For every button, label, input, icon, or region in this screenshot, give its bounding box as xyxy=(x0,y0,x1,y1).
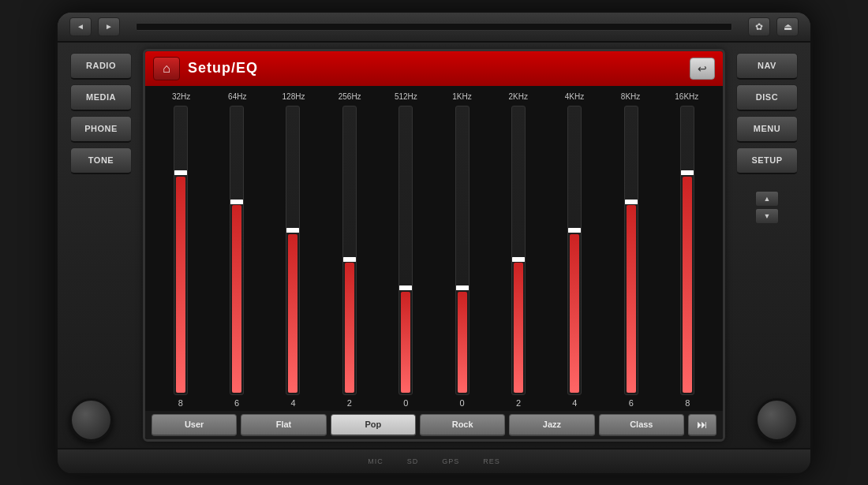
top-strip: ◄ ► ✿ ⏏ xyxy=(58,13,810,43)
freq-label-1khz: 1KHz xyxy=(445,92,480,101)
eq-slider-handle-4[interactable] xyxy=(398,285,413,290)
radio-button[interactable]: RADIO xyxy=(70,53,132,80)
bottom-strip: MIC SD GPS RES xyxy=(58,448,810,473)
eq-slider-handle-6[interactable] xyxy=(511,257,526,262)
eq-value-7: 4 xyxy=(572,398,577,408)
preset-btn-class[interactable]: Class xyxy=(599,414,684,436)
back-icon: ↩ xyxy=(698,62,707,75)
eq-slider-fill-8 xyxy=(627,205,636,392)
eq-slider-col-5: 0 xyxy=(445,106,480,408)
eq-slider-track-1[interactable] xyxy=(230,106,244,395)
res-label: RES xyxy=(483,457,500,465)
screen-title: Setup/EQ xyxy=(188,60,682,76)
phone-button[interactable]: PHONE xyxy=(70,116,132,143)
eq-slider-handle-5[interactable] xyxy=(455,285,470,290)
eq-slider-col-0: 8 xyxy=(163,106,198,408)
left-knob[interactable] xyxy=(69,398,113,442)
eq-slider-track-6[interactable] xyxy=(511,106,526,395)
home-icon: ⌂ xyxy=(163,62,170,76)
left-panel: RADIO MEDIA PHONE TONE xyxy=(65,49,137,442)
screen-header: ⌂ Setup/EQ ↩ xyxy=(145,51,723,86)
eq-slider-fill-1 xyxy=(232,205,241,392)
eq-slider-fill-7 xyxy=(570,234,579,393)
eq-slider-fill-4 xyxy=(401,292,410,393)
freq-label-256hz: 256Hz xyxy=(332,92,367,101)
eq-slider-fill-0 xyxy=(176,177,185,393)
menu-button[interactable]: MENU xyxy=(736,116,798,143)
main-body: RADIO MEDIA PHONE TONE ⌂ Setup/EQ ↩ xyxy=(58,43,810,448)
eq-slider-fill-9 xyxy=(683,177,692,393)
screen-area: ⌂ Setup/EQ ↩ 32Hz 64Hz 128Hz 256Hz 512Hz… xyxy=(143,49,725,442)
eq-slider-col-6: 2 xyxy=(501,106,536,408)
eq-slider-track-4[interactable] xyxy=(398,106,413,395)
preset-btn-rock[interactable]: Rock xyxy=(420,414,505,436)
nav-arrows: ▲ ▼ xyxy=(755,191,779,224)
preset-row: UserFlatPopRockJazzClass⏭ xyxy=(145,411,723,439)
nav-button[interactable]: NAV xyxy=(736,53,798,80)
eq-value-1: 6 xyxy=(234,398,239,408)
nav-down-btn[interactable]: ▼ xyxy=(755,208,779,224)
setup-button[interactable]: SETUP xyxy=(736,147,798,174)
freq-label-128hz: 128Hz xyxy=(276,92,311,101)
right-knob[interactable] xyxy=(755,398,799,442)
eq-slider-col-8: 6 xyxy=(614,106,649,408)
eq-slider-track-0[interactable] xyxy=(174,106,188,395)
eq-slider-handle-9[interactable] xyxy=(680,170,694,175)
preset-btn-jazz[interactable]: Jazz xyxy=(509,414,594,436)
eq-slider-col-7: 4 xyxy=(557,106,592,408)
eq-slider-fill-5 xyxy=(458,292,467,393)
preset-btn-pop[interactable]: Pop xyxy=(331,414,416,436)
eq-slider-handle-2[interactable] xyxy=(286,228,300,233)
eq-slider-handle-1[interactable] xyxy=(230,200,244,204)
eq-value-2: 4 xyxy=(290,398,295,408)
eq-slider-handle-7[interactable] xyxy=(567,228,582,233)
freq-label-16khz: 16KHz xyxy=(669,92,704,101)
eq-slider-track-8[interactable] xyxy=(624,106,638,395)
eq-area: 32Hz 64Hz 128Hz 256Hz 512Hz 1KHz 2KHz 4K… xyxy=(145,86,723,411)
eq-slider-track-5[interactable] xyxy=(455,106,470,395)
eq-slider-track-3[interactable] xyxy=(342,106,357,395)
freq-label-64hz: 64Hz xyxy=(220,92,255,101)
preset-next-btn[interactable]: ⏭ xyxy=(688,414,716,436)
gps-label: GPS xyxy=(442,457,459,465)
eq-value-3: 2 xyxy=(347,398,352,408)
eq-slider-col-3: 2 xyxy=(332,106,367,408)
next-track-btn[interactable]: ► xyxy=(98,17,120,36)
home-button[interactable]: ⌂ xyxy=(153,57,180,80)
freq-label-8khz: 8KHz xyxy=(613,92,648,101)
eq-value-8: 6 xyxy=(629,398,634,408)
tone-button[interactable]: TONE xyxy=(70,147,132,174)
eq-value-4: 0 xyxy=(403,398,408,408)
eq-slider-col-9: 8 xyxy=(670,106,705,408)
eq-slider-col-4: 0 xyxy=(388,106,423,408)
eject-btn[interactable]: ⏏ xyxy=(776,17,799,36)
eq-slider-track-9[interactable] xyxy=(680,106,694,395)
preset-btn-flat[interactable]: Flat xyxy=(241,414,326,436)
top-right-controls: ✿ ⏏ xyxy=(748,17,799,36)
eq-slider-fill-6 xyxy=(514,263,523,392)
media-button[interactable]: MEDIA xyxy=(70,84,132,111)
brightness-btn[interactable]: ✿ xyxy=(748,17,770,36)
freq-label-4khz: 4KHz xyxy=(557,92,592,101)
eq-slider-track-7[interactable] xyxy=(567,106,582,395)
back-button[interactable]: ↩ xyxy=(690,58,715,80)
prev-track-btn[interactable]: ◄ xyxy=(69,17,92,36)
right-panel: NAV DISC MENU SETUP ▲ ▼ xyxy=(731,49,803,442)
nav-up-btn[interactable]: ▲ xyxy=(755,191,779,207)
eq-value-6: 2 xyxy=(516,398,521,408)
eq-slider-handle-8[interactable] xyxy=(624,200,638,204)
eq-slider-fill-3 xyxy=(345,263,354,392)
eq-slider-handle-0[interactable] xyxy=(174,170,188,175)
preset-btn-user[interactable]: User xyxy=(152,414,237,436)
eq-slider-track-2[interactable] xyxy=(286,106,300,395)
head-unit: ◄ ► ✿ ⏏ RADIO MEDIA PHONE TONE ⌂ Setup/E… xyxy=(55,10,813,476)
eq-slider-col-2: 4 xyxy=(275,106,310,408)
top-left-controls: ◄ ► xyxy=(69,17,120,36)
freq-label-2khz: 2KHz xyxy=(501,92,536,101)
disc-button[interactable]: DISC xyxy=(736,84,798,111)
eq-slider-fill-2 xyxy=(288,234,297,393)
eq-slider-handle-3[interactable] xyxy=(342,257,357,262)
freq-label-32hz: 32Hz xyxy=(164,92,199,101)
eq-slider-col-1: 6 xyxy=(219,106,254,408)
freq-labels: 32Hz 64Hz 128Hz 256Hz 512Hz 1KHz 2KHz 4K… xyxy=(153,92,715,101)
